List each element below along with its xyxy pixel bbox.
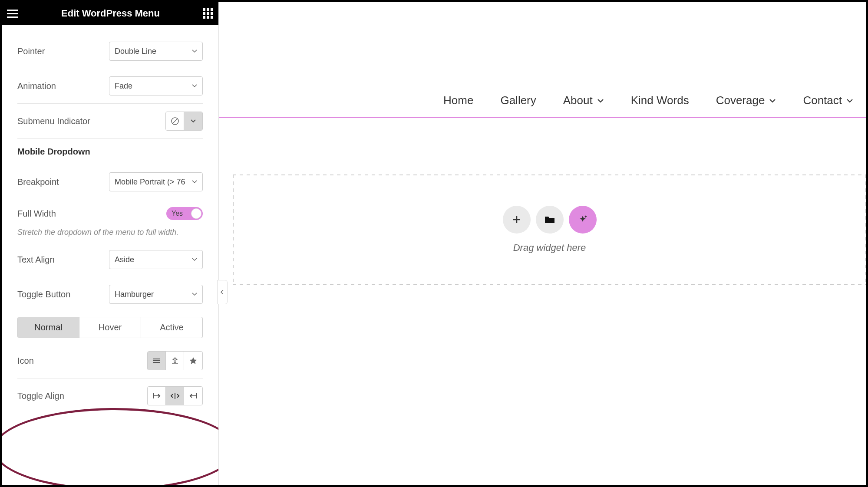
nav-item-kind-words[interactable]: Kind Words [631, 94, 689, 107]
align-left-option[interactable] [148, 387, 166, 405]
collapse-sidebar-handle[interactable] [217, 280, 228, 304]
toggle-knob [191, 208, 201, 219]
sidebar: Edit WordPress Menu Pointer Double Line … [2, 2, 219, 485]
full-width-helper: Stretch the dropdown of the menu to full… [17, 228, 203, 242]
preview-area: Home Gallery About Kind Words Coverage C… [219, 2, 866, 485]
tab-hover[interactable]: Hover [79, 317, 141, 338]
mobile-dropdown-section: Mobile Dropdown [17, 139, 203, 165]
toggle-button-label: Toggle Button [17, 290, 70, 299]
hamburger-lines-icon [152, 357, 161, 364]
apps-icon[interactable] [203, 8, 213, 19]
panel-body: Pointer Double Line Animation Fade Subme… [2, 25, 218, 485]
drop-actions [503, 206, 597, 234]
align-center-icon [170, 392, 180, 400]
sparkle-icon [577, 214, 588, 225]
toggle-button-select[interactable]: Hamburger [109, 285, 203, 304]
icon-upload-option[interactable] [166, 352, 184, 370]
submenu-label: Submenu Indicator [17, 116, 90, 126]
animation-label: Animation [17, 81, 56, 91]
chevron-down-icon [192, 293, 197, 296]
text-align-select[interactable]: Aside [109, 250, 203, 269]
field-toggle-align: Toggle Align Center [17, 378, 203, 413]
state-tabs: Normal Hover Active [17, 317, 203, 338]
drop-zone[interactable]: Drag widget here [233, 174, 866, 285]
annotation-ellipse [2, 408, 218, 485]
icon-options [147, 351, 203, 370]
nav-underline [219, 117, 866, 118]
full-width-toggle[interactable]: Yes [166, 207, 203, 220]
submenu-none-option[interactable] [166, 112, 184, 130]
field-text-align: Text Align Aside [17, 242, 203, 277]
breakpoint-label: Breakpoint [17, 177, 59, 187]
chevron-left-icon [220, 289, 224, 295]
align-center-option[interactable] [166, 387, 184, 405]
nav-menu: Home Gallery About Kind Words Coverage C… [443, 94, 853, 107]
ai-button[interactable] [569, 206, 597, 234]
add-widget-button[interactable] [503, 206, 531, 234]
nav-item-home[interactable]: Home [443, 94, 473, 107]
chevron-down-icon [192, 49, 197, 53]
text-align-label: Text Align [17, 255, 55, 265]
drop-text: Drag widget here [513, 242, 586, 253]
field-animation: Animation Fade [17, 69, 203, 103]
icon-star-option[interactable] [184, 352, 202, 370]
icon-label: Icon [17, 356, 34, 366]
full-width-label: Full Width [17, 209, 56, 219]
menu-icon[interactable] [7, 10, 18, 18]
folder-button[interactable] [536, 206, 564, 234]
field-breakpoint: Breakpoint Mobile Portrait (> 76 [17, 165, 203, 199]
toggle-align-label: Toggle Align [17, 391, 64, 401]
breakpoint-select[interactable]: Mobile Portrait (> 76 [109, 172, 203, 191]
upload-icon [171, 356, 179, 365]
tab-active[interactable]: Active [141, 317, 202, 338]
chevron-down-icon [190, 119, 196, 123]
icon-hamburger-option[interactable] [148, 352, 166, 370]
toggle-align-options: Center [147, 386, 203, 405]
field-pointer: Pointer Double Line [17, 34, 203, 69]
field-toggle-button: Toggle Button Hamburger [17, 277, 203, 312]
nav-item-contact[interactable]: Contact [803, 94, 853, 107]
align-right-icon [188, 392, 198, 400]
align-left-icon [152, 392, 162, 400]
svg-line-1 [172, 118, 178, 124]
nav-item-gallery[interactable]: Gallery [500, 94, 536, 107]
star-icon [189, 356, 198, 365]
align-right-option[interactable] [184, 387, 202, 405]
pointer-select[interactable]: Double Line [109, 42, 203, 61]
submenu-indicator-group [165, 112, 203, 131]
submenu-chevron-option[interactable] [184, 112, 202, 130]
chevron-down-icon [192, 180, 197, 184]
nav-item-coverage[interactable]: Coverage [716, 94, 776, 107]
plus-icon [512, 214, 522, 225]
chevron-down-icon [597, 99, 604, 103]
tab-normal[interactable]: Normal [18, 317, 79, 338]
folder-icon [544, 215, 555, 224]
field-full-width: Full Width Yes [17, 199, 203, 228]
pointer-label: Pointer [17, 46, 45, 56]
chevron-down-icon [192, 84, 197, 88]
chevron-down-icon [846, 99, 853, 103]
panel-title: Edit WordPress Menu [18, 8, 203, 19]
chevron-down-icon [769, 99, 776, 103]
sidebar-header: Edit WordPress Menu [2, 2, 218, 25]
chevron-down-icon [192, 258, 197, 261]
field-icon: Icon [17, 343, 203, 378]
none-icon [171, 117, 179, 125]
animation-select[interactable]: Fade [109, 76, 203, 95]
nav-item-about[interactable]: About [563, 94, 604, 107]
field-submenu-indicator: Submenu Indicator [17, 104, 203, 138]
